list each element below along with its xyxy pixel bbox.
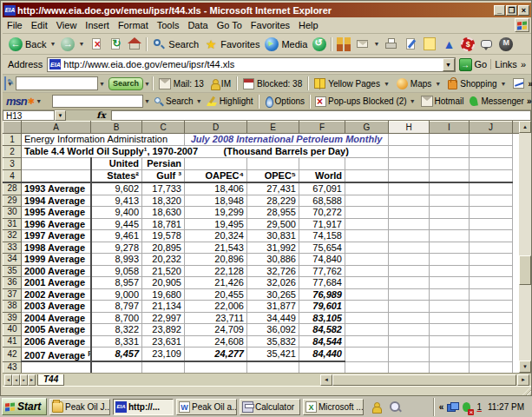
cell-B31[interactable]: 9,445 [91,218,142,230]
cell-A34[interactable]: 1999 Average [22,254,91,266]
cell-D4[interactable]: OAPEC⁴ [185,170,247,183]
cell[interactable] [389,158,430,170]
cell-F43[interactable] [299,361,345,374]
menu-go-to[interactable]: Go To [213,18,246,32]
cell-E39[interactable]: 34,449 [247,312,299,324]
cell-B30[interactable]: 9,400 [91,207,142,219]
cell[interactable] [345,348,389,362]
cell[interactable] [430,230,470,242]
cell-E43[interactable] [247,361,299,374]
row-header-41[interactable]: 41 [3,335,22,348]
cell-A1[interactable]: Energy Information Administration [22,134,185,146]
cell-B34[interactable]: 8,993 [91,254,142,266]
menu-insert[interactable]: Insert [81,18,114,32]
cell-C28[interactable]: 17,733 [142,182,185,195]
cell-C33[interactable]: 20,895 [142,242,185,254]
messenger-button-msn[interactable]: Messenger [466,96,526,107]
cell-F36[interactable]: 77,684 [299,277,345,289]
cell-F40[interactable]: 84,582 [299,324,345,336]
row-header-31[interactable]: 31 [3,218,22,230]
aim-button[interactable]: ▲ [439,36,458,52]
stop-button[interactable]: × [87,36,106,52]
menu-format[interactable]: Format [114,18,153,32]
cell[interactable] [389,348,430,362]
horizontal-scroll-thumb[interactable] [332,374,516,386]
menu-view[interactable]: View [52,18,82,32]
options-button[interactable]: Options [261,96,307,107]
cell-B43[interactable] [91,361,142,374]
cell-E31[interactable]: 29,500 [247,218,299,230]
shopping-item[interactable]: Shopping▼ [444,77,509,89]
cell[interactable] [345,195,389,207]
cell[interactable] [345,324,389,336]
cell[interactable] [389,301,430,313]
cell-E41[interactable]: 35,832 [247,335,299,348]
scroll-right-button[interactable]: ► [517,374,529,386]
maximize-button[interactable]: ❐ [506,5,517,16]
poker-button[interactable] [458,36,477,52]
history-button[interactable] [310,36,329,52]
row-header-42[interactable]: 42 [3,348,22,362]
row-header-37[interactable]: 37 [3,288,22,301]
row-header-2[interactable]: 2 [3,146,22,158]
cell[interactable] [389,312,430,324]
cell[interactable] [389,242,430,254]
row-header-28[interactable]: 28 [3,182,22,195]
cell[interactable] [345,242,389,254]
cell-D29[interactable]: 18,948 [185,195,247,207]
cell-B29[interactable]: 9,413 [91,195,142,207]
row-header-39[interactable]: 39 [3,312,22,324]
edit-button[interactable] [401,36,420,52]
cell[interactable] [470,348,513,362]
cell[interactable] [470,195,513,207]
cell-C37[interactable]: 19,680 [142,288,185,301]
cell[interactable] [470,170,513,183]
cell-B32[interactable]: 9,461 [91,230,142,242]
cell-B40[interactable]: 8,322 [91,324,142,336]
cell[interactable] [470,146,513,158]
cell-C39[interactable]: 22,997 [142,312,185,324]
column-header-I[interactable]: I [430,122,470,134]
cell-B36[interactable]: 8,957 [91,277,142,289]
cell[interactable] [299,158,345,170]
cell-A38[interactable]: 2003 Average [22,301,91,313]
cell-B39[interactable]: 8,700 [91,312,142,324]
cell-A3[interactable] [22,158,91,170]
cell-D38[interactable]: 22,006 [185,301,247,313]
cell-B33[interactable]: 9,278 [91,242,142,254]
msn-search-dropdown[interactable]: ▼ [196,98,202,104]
row-header-34[interactable]: 34 [3,254,22,266]
cell-F39[interactable]: 83,105 [299,312,345,324]
cell-A32[interactable]: 1997 Average [22,230,91,242]
cell-D33[interactable]: 21,543 [185,242,247,254]
cell-A28[interactable]: 1993 Average [22,182,91,195]
cell-D41[interactable]: 24,608 [185,335,247,348]
close-button[interactable]: × [518,5,529,16]
msn-overflow-chevron[interactable]: » [527,96,532,106]
cell-E30[interactable]: 28,955 [247,207,299,219]
cell[interactable] [345,230,389,242]
media-button[interactable]: Media [262,36,310,52]
cell[interactable] [389,207,430,219]
cell[interactable] [470,335,513,348]
cell-A39[interactable]: 2004 Average [22,312,91,324]
cell[interactable] [345,182,389,195]
chart-item[interactable] [509,78,528,89]
scroll-left-button[interactable]: ◄ [320,374,332,386]
cell-A31[interactable]: 1996 Average [22,218,91,230]
discuss-button[interactable] [477,36,496,52]
cell-E4[interactable]: OPEC⁵ [247,170,299,183]
cell-A36[interactable]: 2001 Average [22,277,91,289]
cell-B3[interactable]: United [91,158,142,170]
cell-C35[interactable]: 21,520 [142,265,185,277]
cell[interactable] [389,254,430,266]
column-header-F[interactable]: F [299,122,345,134]
cell[interactable] [389,182,430,195]
cell-D34[interactable]: 20,896 [185,254,247,266]
mail-dropdown-icon[interactable]: ▼ [373,41,379,47]
row-header-1[interactable]: 1 [3,134,22,146]
cell[interactable] [389,335,430,348]
cell[interactable] [389,361,430,374]
notes-button[interactable] [420,36,439,51]
cell-E28[interactable]: 27,431 [247,182,299,195]
